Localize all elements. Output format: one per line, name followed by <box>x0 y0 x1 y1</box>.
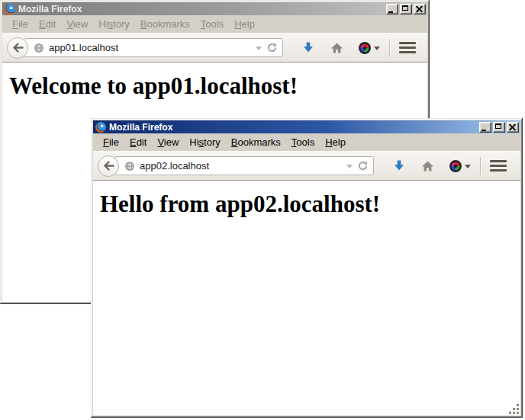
back-icon <box>12 43 24 53</box>
hamburger-menu-icon[interactable] <box>399 42 416 53</box>
home-button[interactable] <box>421 160 434 172</box>
url-bar[interactable]: app01.localhost <box>24 38 283 57</box>
home-button[interactable] <box>330 42 343 54</box>
reload-icon[interactable] <box>266 42 278 53</box>
addon-dropdown-icon <box>374 46 380 53</box>
menu-tools[interactable]: Tools <box>196 17 228 31</box>
menu-view[interactable]: View <box>62 17 92 31</box>
urlbar-dropdown-icon[interactable] <box>346 165 353 172</box>
back-button[interactable] <box>7 37 28 59</box>
menubar: File Edit View History Bookmarks Tools H… <box>2 15 427 33</box>
page-content-app02: Hello from app02.localhost! <box>93 181 520 415</box>
home-icon <box>421 160 434 172</box>
navigation-toolbar: app01.localhost <box>2 33 427 63</box>
window-title: Mozilla Firefox <box>18 4 386 14</box>
minimize-icon[interactable] <box>386 4 398 14</box>
close-icon[interactable] <box>414 4 426 14</box>
url-bar[interactable]: app02.localhost <box>114 156 374 175</box>
url-text[interactable]: app01.localhost <box>49 42 256 53</box>
menu-help[interactable]: Help <box>320 135 350 149</box>
menu-tools[interactable]: Tools <box>287 135 319 149</box>
resize-grip-icon[interactable] <box>510 405 520 415</box>
reload-icon[interactable] <box>357 160 369 172</box>
menu-file[interactable]: File <box>98 135 124 149</box>
home-icon <box>330 42 343 54</box>
window-controls <box>479 122 519 133</box>
addon-button[interactable] <box>449 160 471 172</box>
page-heading: Hello from app02.localhost! <box>100 190 520 218</box>
menu-bookmarks[interactable]: Bookmarks <box>227 135 285 149</box>
globe-icon <box>34 43 44 53</box>
menu-edit[interactable]: Edit <box>34 17 60 31</box>
firefox-icon <box>95 122 106 133</box>
addon-dropdown-icon <box>465 165 471 172</box>
url-text[interactable]: app02.localhost <box>140 160 346 172</box>
maximize-icon[interactable] <box>493 122 505 133</box>
download-button[interactable] <box>392 159 406 172</box>
browser-window-app02: Mozilla Firefox File Edit View History B… <box>91 118 523 418</box>
urlbar-dropdown-icon[interactable] <box>256 46 262 53</box>
menu-history[interactable]: History <box>185 135 224 149</box>
menu-view[interactable]: View <box>153 135 183 149</box>
firefox-icon <box>5 4 15 14</box>
menu-bookmarks[interactable]: Bookmarks <box>136 17 195 31</box>
addon-icon <box>449 160 462 172</box>
menu-file[interactable]: File <box>8 17 33 31</box>
page-heading: Welcome to app01.localhost! <box>9 72 427 100</box>
titlebar[interactable]: Mozilla Firefox <box>93 120 520 133</box>
titlebar[interactable]: Mozilla Firefox <box>2 2 427 15</box>
window-controls <box>386 4 426 14</box>
addon-button[interactable] <box>359 42 380 54</box>
toolbar-separator <box>389 39 390 57</box>
hamburger-menu-icon[interactable] <box>490 160 507 172</box>
menu-history[interactable]: History <box>94 17 134 31</box>
download-icon <box>301 41 315 54</box>
globe-icon <box>124 161 135 172</box>
back-icon <box>103 161 114 171</box>
close-icon[interactable] <box>507 122 519 133</box>
menu-edit[interactable]: Edit <box>125 135 151 149</box>
back-button[interactable] <box>98 155 119 177</box>
download-button[interactable] <box>301 41 315 54</box>
toolbar-separator <box>480 157 481 175</box>
minimize-icon[interactable] <box>479 122 491 133</box>
addon-icon <box>359 42 371 54</box>
maximize-icon[interactable] <box>400 4 412 14</box>
menubar: File Edit View History Bookmarks Tools H… <box>93 133 520 151</box>
menu-help[interactable]: Help <box>230 17 259 31</box>
navigation-toolbar: app02.localhost <box>93 151 520 181</box>
window-title: Mozilla Firefox <box>109 122 479 133</box>
download-icon <box>392 159 406 172</box>
